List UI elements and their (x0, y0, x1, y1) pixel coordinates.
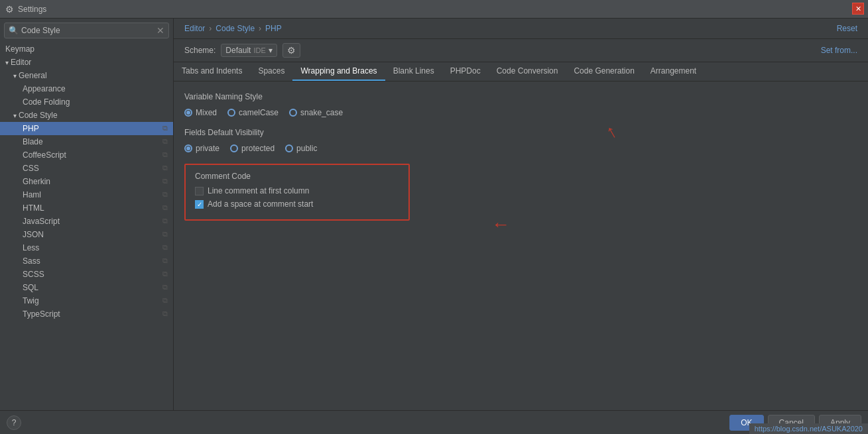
radio-label-mixed: Mixed (196, 108, 217, 117)
variable-naming-options: Mixed camelCase snake_case (184, 108, 857, 117)
settings-icon: ⚙ (5, 4, 14, 15)
search-clear-button[interactable]: ✕ (156, 25, 164, 36)
radio-label-field-protected: protected (241, 144, 275, 153)
search-box[interactable]: 🔍 ✕ (4, 23, 169, 38)
sidebar-item-scss[interactable]: SCSS⧉ (0, 268, 173, 281)
comment-code-title: Comment Code (195, 172, 399, 181)
tab-code-generation[interactable]: Code Generation (566, 62, 642, 81)
variable-naming-title: Variable Naming Style (184, 92, 857, 101)
radio-label-field-public: public (296, 144, 317, 153)
sidebar-item-css[interactable]: CSS⧉ (0, 162, 173, 175)
radio-circle-field-protected (230, 144, 238, 152)
gear-button[interactable]: ⚙ (282, 43, 300, 58)
tab-blank-lines[interactable]: Blank Lines (385, 62, 442, 81)
sidebar-item-code-folding[interactable]: Code Folding (0, 95, 173, 109)
radio-circle-snake_case (289, 109, 297, 117)
sidebar-item-code-style[interactable]: ▾Code Style (0, 109, 173, 122)
checkbox-add-space[interactable]: Add a space at comment start (195, 199, 399, 209)
content-area: Editor › Code Style › PHP Reset Scheme: … (174, 19, 868, 410)
fields-visibility-title: Fields Default Visibility (184, 128, 857, 137)
tab-content: Variable Naming Style Mixed camelCase sn… (174, 81, 868, 410)
breadcrumb-path: Editor › Code Style › PHP (184, 24, 282, 33)
sidebar-item-less[interactable]: Less⧉ (0, 241, 173, 254)
sidebar-item-blade[interactable]: Blade⧉ (0, 135, 173, 148)
checkbox-label-line-comment-first: Line comment at first column (208, 186, 309, 195)
help-button[interactable]: ? (7, 415, 21, 430)
sidebar-item-keymap[interactable]: Keymap (0, 42, 173, 56)
bottom-left: ? (7, 415, 21, 430)
scheme-value: Default (225, 46, 251, 55)
radio-field-private[interactable]: private (184, 144, 219, 153)
sidebar-item-appearance[interactable]: Appearance (0, 82, 173, 95)
breadcrumb: Editor › Code Style › PHP Reset (174, 19, 868, 39)
checkbox-box-add-space (195, 200, 204, 209)
reset-button[interactable]: Reset (837, 24, 857, 33)
radio-circle-field-private (184, 144, 192, 152)
sidebar-item-general[interactable]: ▾General (0, 69, 173, 82)
radio-label-snake_case: snake_case (300, 108, 343, 117)
breadcrumb-code-style: Code Style (216, 24, 255, 33)
scheme-left: Scheme: Default IDE ▾ ⚙ (184, 43, 300, 58)
tabs-bar: Tabs and IndentsSpacesWrapping and Brace… (174, 62, 868, 81)
search-icon: 🔍 (9, 26, 19, 35)
sidebar-item-json[interactable]: JSON⧉ (0, 228, 173, 241)
bottom-bar: ? OK Cancel Apply https://blog.csdn.net/… (0, 410, 868, 434)
sidebar-item-coffeescript[interactable]: CoffeeScript⧉ (0, 148, 173, 162)
close-button[interactable]: ✕ (852, 3, 864, 15)
url-bar: https://blog.csdn.net/ASUKA2020 (749, 423, 868, 434)
sidebar-item-html[interactable]: HTML⧉ (0, 201, 173, 215)
radio-field-public[interactable]: public (285, 144, 317, 153)
radio-var-snake_case[interactable]: snake_case (289, 108, 343, 117)
sidebar-tree: Keymap▾Editor▾GeneralAppearanceCode Fold… (0, 42, 173, 321)
main-container: 🔍 ✕ Keymap▾Editor▾GeneralAppearanceCode … (0, 19, 868, 410)
set-from-button[interactable]: Set from... (821, 46, 857, 55)
sidebar-item-typescript[interactable]: TypeScript⧉ (0, 307, 173, 321)
title-bar-title: Settings (18, 5, 46, 14)
fields-visibility-options: private protected public (184, 144, 857, 153)
breadcrumb-sep-1: › (209, 24, 212, 33)
sidebar-item-sass[interactable]: Sass⧉ (0, 254, 173, 268)
sidebar-item-editor[interactable]: ▾Editor (0, 56, 173, 69)
dropdown-chevron-icon: ▾ (269, 46, 273, 55)
tab-phpdoc[interactable]: PHPDoc (442, 62, 489, 81)
radio-label-field-private: private (196, 144, 219, 153)
checkbox-box-line-comment-first (195, 187, 204, 195)
arrow-to-comment-code: ← (491, 214, 510, 235)
sidebar-item-haml[interactable]: Haml⧉ (0, 188, 173, 201)
radio-field-protected[interactable]: protected (230, 144, 275, 153)
scheme-row: Scheme: Default IDE ▾ ⚙ Set from... (174, 39, 868, 62)
sidebar-item-gherkin[interactable]: Gherkin⧉ (0, 175, 173, 188)
radio-var-camelCase[interactable]: camelCase (227, 108, 279, 117)
sidebar-item-php[interactable]: PHP⧉ (0, 122, 173, 135)
radio-circle-camelCase (227, 109, 235, 117)
breadcrumb-php: PHP (265, 24, 282, 33)
radio-circle-field-public (285, 144, 293, 152)
checkbox-label-add-space: Add a space at comment start (208, 199, 313, 209)
tab-arrangement[interactable]: Arrangement (643, 62, 704, 81)
radio-circle-mixed (184, 109, 192, 117)
sidebar-item-javascript[interactable]: JavaScript⧉ (0, 215, 173, 228)
comment-code-options: Line comment at first column Add a space… (195, 186, 399, 209)
tab-code-conversion[interactable]: Code Conversion (489, 62, 566, 81)
comment-code-section: Comment Code Line comment at first colum… (184, 164, 410, 221)
sidebar-item-sql[interactable]: SQL⧉ (0, 281, 173, 294)
title-bar: ⚙ Settings ✕ (0, 0, 868, 19)
tab-tabs-indents[interactable]: Tabs and Indents (174, 62, 250, 81)
scheme-badge: IDE (253, 46, 265, 54)
sidebar: 🔍 ✕ Keymap▾Editor▾GeneralAppearanceCode … (0, 19, 174, 410)
sidebar-item-twig[interactable]: Twig⧉ (0, 294, 173, 307)
checkbox-line-comment-first[interactable]: Line comment at first column (195, 186, 399, 195)
scheme-label: Scheme: (184, 46, 216, 55)
search-input[interactable] (21, 26, 156, 35)
scheme-dropdown[interactable]: Default IDE ▾ (221, 44, 277, 57)
tab-spaces[interactable]: Spaces (250, 62, 292, 81)
breadcrumb-sep-2: › (259, 24, 261, 33)
radio-var-mixed[interactable]: Mixed (184, 108, 217, 117)
tab-wrapping-braces[interactable]: Wrapping and Braces (292, 62, 385, 81)
breadcrumb-editor: Editor (184, 24, 205, 33)
radio-label-camelCase: camelCase (239, 108, 279, 117)
